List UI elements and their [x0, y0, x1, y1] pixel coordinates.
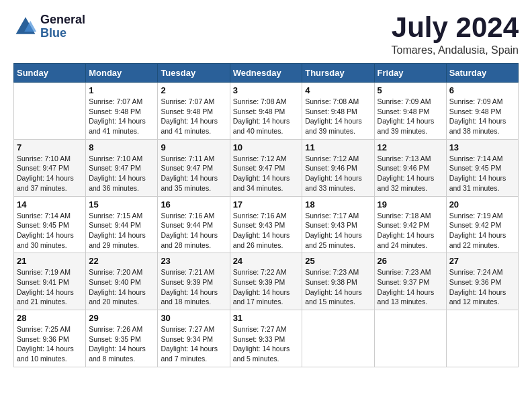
logo: General Blue	[13, 13, 85, 40]
calendar-week-row: 21Sunrise: 7:19 AM Sunset: 9:41 PM Dayli…	[14, 253, 519, 310]
day-number: 26	[378, 256, 443, 266]
day-number: 3	[233, 85, 300, 95]
calendar-cell: 18Sunrise: 7:17 AM Sunset: 9:43 PM Dayli…	[302, 196, 374, 253]
day-number: 16	[161, 199, 226, 210]
day-number: 24	[233, 256, 300, 266]
calendar-cell: 11Sunrise: 7:12 AM Sunset: 9:46 PM Dayli…	[302, 139, 374, 196]
day-number: 1	[89, 85, 154, 95]
calendar-cell: 12Sunrise: 7:13 AM Sunset: 9:46 PM Dayli…	[374, 139, 446, 196]
day-info: Sunrise: 7:09 AM Sunset: 9:48 PM Dayligh…	[378, 97, 443, 136]
header-sunday: Sunday	[14, 64, 86, 83]
calendar-week-row: 1Sunrise: 7:07 AM Sunset: 9:48 PM Daylig…	[14, 83, 519, 140]
day-info: Sunrise: 7:19 AM Sunset: 9:41 PM Dayligh…	[17, 267, 83, 307]
day-info: Sunrise: 7:20 AM Sunset: 9:40 PM Dayligh…	[89, 267, 154, 307]
day-info: Sunrise: 7:12 AM Sunset: 9:47 PM Dayligh…	[233, 154, 300, 193]
day-info: Sunrise: 7:08 AM Sunset: 9:48 PM Dayligh…	[233, 97, 300, 136]
day-info: Sunrise: 7:10 AM Sunset: 9:47 PM Dayligh…	[89, 154, 154, 193]
header-friday: Friday	[374, 64, 446, 83]
day-number: 31	[233, 313, 300, 323]
day-info: Sunrise: 7:26 AM Sunset: 9:35 PM Dayligh…	[89, 324, 154, 364]
page-header: General Blue July 2024 Tomares, Andalusi…	[13, 13, 519, 56]
day-info: Sunrise: 7:12 AM Sunset: 9:46 PM Dayligh…	[305, 154, 371, 193]
day-number: 9	[161, 142, 226, 152]
header-tuesday: Tuesday	[158, 64, 230, 83]
calendar-cell: 17Sunrise: 7:16 AM Sunset: 9:43 PM Dayli…	[230, 196, 302, 253]
day-number: 30	[161, 313, 226, 323]
calendar-cell	[446, 310, 518, 367]
day-number: 27	[449, 256, 515, 266]
day-info: Sunrise: 7:27 AM Sunset: 9:34 PM Dayligh…	[161, 324, 226, 364]
day-info: Sunrise: 7:15 AM Sunset: 9:44 PM Dayligh…	[89, 211, 154, 250]
day-number: 29	[89, 313, 154, 323]
day-number: 18	[305, 199, 371, 210]
calendar-cell: 4Sunrise: 7:08 AM Sunset: 9:48 PM Daylig…	[302, 83, 374, 140]
calendar-cell: 25Sunrise: 7:23 AM Sunset: 9:38 PM Dayli…	[302, 253, 374, 310]
calendar-cell: 7Sunrise: 7:10 AM Sunset: 9:47 PM Daylig…	[14, 139, 86, 196]
calendar-cell: 2Sunrise: 7:07 AM Sunset: 9:48 PM Daylig…	[158, 83, 230, 140]
day-info: Sunrise: 7:07 AM Sunset: 9:48 PM Dayligh…	[161, 97, 226, 136]
day-info: Sunrise: 7:14 AM Sunset: 9:45 PM Dayligh…	[449, 154, 515, 193]
day-number: 8	[89, 142, 154, 152]
calendar-cell: 15Sunrise: 7:15 AM Sunset: 9:44 PM Dayli…	[86, 196, 158, 253]
header-thursday: Thursday	[302, 64, 374, 83]
calendar-cell: 24Sunrise: 7:22 AM Sunset: 9:39 PM Dayli…	[230, 253, 302, 310]
day-number: 15	[89, 199, 154, 210]
calendar-cell: 5Sunrise: 7:09 AM Sunset: 9:48 PM Daylig…	[374, 83, 446, 140]
day-number: 23	[161, 256, 226, 266]
day-number: 5	[378, 85, 443, 95]
calendar-cell: 26Sunrise: 7:23 AM Sunset: 9:37 PM Dayli…	[374, 253, 446, 310]
day-number: 22	[89, 256, 154, 266]
calendar-cell	[302, 310, 374, 367]
calendar-week-row: 28Sunrise: 7:25 AM Sunset: 9:36 PM Dayli…	[14, 310, 519, 367]
day-number: 4	[305, 85, 371, 95]
calendar-cell: 29Sunrise: 7:26 AM Sunset: 9:35 PM Dayli…	[86, 310, 158, 367]
calendar-week-row: 14Sunrise: 7:14 AM Sunset: 9:45 PM Dayli…	[14, 196, 519, 253]
calendar-cell	[14, 83, 86, 140]
calendar-cell: 3Sunrise: 7:08 AM Sunset: 9:48 PM Daylig…	[230, 83, 302, 140]
header-wednesday: Wednesday	[230, 64, 302, 83]
day-info: Sunrise: 7:16 AM Sunset: 9:43 PM Dayligh…	[233, 211, 300, 250]
calendar-cell: 16Sunrise: 7:16 AM Sunset: 9:44 PM Dayli…	[158, 196, 230, 253]
day-number: 17	[233, 199, 300, 210]
day-info: Sunrise: 7:10 AM Sunset: 9:47 PM Dayligh…	[17, 154, 83, 193]
day-number: 7	[17, 142, 83, 152]
day-number: 20	[449, 199, 515, 210]
day-info: Sunrise: 7:09 AM Sunset: 9:48 PM Dayligh…	[449, 97, 515, 136]
day-number: 14	[17, 199, 83, 210]
calendar-cell: 13Sunrise: 7:14 AM Sunset: 9:45 PM Dayli…	[446, 139, 518, 196]
logo-text: General Blue	[40, 13, 85, 40]
day-number: 21	[17, 256, 83, 266]
calendar-cell: 9Sunrise: 7:11 AM Sunset: 9:47 PM Daylig…	[158, 139, 230, 196]
calendar-cell: 28Sunrise: 7:25 AM Sunset: 9:36 PM Dayli…	[14, 310, 86, 367]
day-number: 12	[378, 142, 443, 152]
calendar-header-row: SundayMondayTuesdayWednesdayThursdayFrid…	[14, 64, 519, 83]
day-number: 19	[378, 199, 443, 210]
day-info: Sunrise: 7:11 AM Sunset: 9:47 PM Dayligh…	[161, 154, 226, 193]
day-info: Sunrise: 7:14 AM Sunset: 9:45 PM Dayligh…	[17, 211, 83, 250]
calendar-cell	[374, 310, 446, 367]
day-info: Sunrise: 7:13 AM Sunset: 9:46 PM Dayligh…	[378, 154, 443, 193]
day-number: 25	[305, 256, 371, 266]
calendar-cell: 10Sunrise: 7:12 AM Sunset: 9:47 PM Dayli…	[230, 139, 302, 196]
calendar-table: SundayMondayTuesdayWednesdayThursdayFrid…	[13, 63, 519, 367]
calendar-cell: 21Sunrise: 7:19 AM Sunset: 9:41 PM Dayli…	[14, 253, 86, 310]
calendar-cell: 27Sunrise: 7:24 AM Sunset: 9:36 PM Dayli…	[446, 253, 518, 310]
location: Tomares, Andalusia, Spain	[392, 44, 519, 56]
calendar-cell: 19Sunrise: 7:18 AM Sunset: 9:42 PM Dayli…	[374, 196, 446, 253]
day-number: 6	[449, 85, 515, 95]
day-info: Sunrise: 7:21 AM Sunset: 9:39 PM Dayligh…	[161, 267, 226, 307]
header-monday: Monday	[86, 64, 158, 83]
day-info: Sunrise: 7:07 AM Sunset: 9:48 PM Dayligh…	[89, 97, 154, 136]
day-info: Sunrise: 7:08 AM Sunset: 9:48 PM Dayligh…	[305, 97, 371, 136]
day-info: Sunrise: 7:23 AM Sunset: 9:37 PM Dayligh…	[378, 267, 443, 307]
title-block: July 2024 Tomares, Andalusia, Spain	[392, 13, 519, 56]
day-info: Sunrise: 7:24 AM Sunset: 9:36 PM Dayligh…	[449, 267, 515, 307]
day-info: Sunrise: 7:25 AM Sunset: 9:36 PM Dayligh…	[17, 324, 83, 364]
calendar-cell: 1Sunrise: 7:07 AM Sunset: 9:48 PM Daylig…	[86, 83, 158, 140]
month-title: July 2024	[392, 13, 519, 42]
day-number: 11	[305, 142, 371, 152]
day-number: 2	[161, 85, 226, 95]
day-number: 13	[449, 142, 515, 152]
day-info: Sunrise: 7:17 AM Sunset: 9:43 PM Dayligh…	[305, 211, 371, 250]
calendar-cell: 8Sunrise: 7:10 AM Sunset: 9:47 PM Daylig…	[86, 139, 158, 196]
